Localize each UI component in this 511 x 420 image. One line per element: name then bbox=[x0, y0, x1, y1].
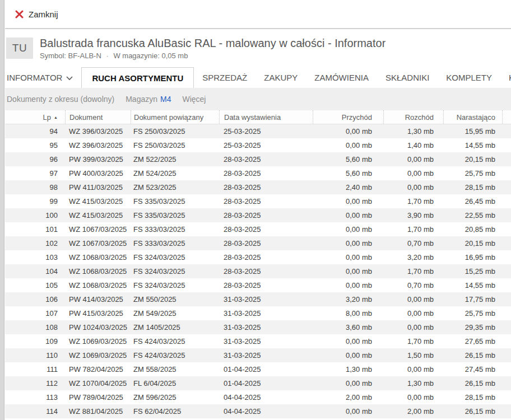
cell-data-wystawienia: 28-03-2025 bbox=[219, 208, 313, 222]
column-header-data-wystawienia[interactable]: Data wystawienia bbox=[219, 110, 313, 124]
filter-label: Dokumenty z okresu (dowolny) bbox=[7, 95, 114, 104]
item-subtitle: Symbol: BF-ALB-N · W magazynie: 0,05 mb bbox=[40, 52, 385, 60]
tab-label: KLIENCI bbox=[509, 73, 511, 82]
cell-lp: 114 bbox=[5, 404, 65, 418]
table-row[interactable]: 113PW 789/04/2025ZM 596/202504-04-20252,… bbox=[5, 390, 511, 404]
filter-bar: Dokumenty z okresu (dowolny) MagazynM4 W… bbox=[5, 88, 511, 110]
tab-sprzedaż[interactable]: SPRZEDAŻ bbox=[194, 67, 256, 88]
column-header-przychód[interactable]: Przychód bbox=[313, 110, 383, 124]
close-button[interactable]: Zamknij bbox=[11, 7, 63, 21]
cell-rozchod: 3,20 mb bbox=[383, 250, 443, 264]
cell-dokument-powiazany: FS 250/03/2025 bbox=[131, 138, 219, 152]
table-row[interactable]: 110WZ 1069/03/2025FS 424/03/202531-03-20… bbox=[5, 348, 511, 362]
table-row[interactable]: 101WZ 1067/03/2025FS 333/03/202528-03-20… bbox=[5, 222, 511, 236]
cell-lp: 99 bbox=[5, 194, 65, 208]
cell-rozchod: 0,00 mb bbox=[383, 320, 443, 334]
cell-rozchod: 1,30 mb bbox=[383, 124, 443, 138]
cell-przychod: 0,00 mb bbox=[313, 208, 383, 222]
filter-item[interactable]: MagazynM4 bbox=[126, 95, 171, 104]
table-row[interactable]: 105WZ 1068/03/2025FS 324/03/202528-03-20… bbox=[5, 278, 511, 292]
table-row[interactable]: 99WZ 415/03/2025FS 335/03/202528-03-2025… bbox=[5, 194, 511, 208]
table-row[interactable]: 102WZ 1067/03/2025FS 333/03/202528-03-20… bbox=[5, 236, 511, 250]
table-row[interactable]: 94WZ 396/03/2025FS 250/03/202525-03-2025… bbox=[5, 124, 511, 138]
cell-data-wystawienia: 28-03-2025 bbox=[219, 166, 313, 180]
cell-narastajaco: 20,85 mb bbox=[443, 222, 502, 236]
cell-dokument: WZ 396/03/2025 bbox=[65, 138, 131, 152]
column-header-dokument-powiązany[interactable]: Dokument powiązany bbox=[131, 110, 219, 124]
cell-przychod: 0,00 mb bbox=[313, 236, 383, 250]
table-row[interactable]: 107PW 415/03/2025ZM 549/202531-03-20258,… bbox=[5, 306, 511, 320]
table-row[interactable]: 100WZ 415/03/2025FS 335/03/202528-03-202… bbox=[5, 208, 511, 222]
cell-narastajaco: 26,15 mb bbox=[443, 348, 502, 362]
tab-label: ZAKUPY bbox=[264, 73, 298, 82]
cell-data-wystawienia: 31-03-2025 bbox=[219, 348, 313, 362]
table-row[interactable]: 111PW 782/04/2025ZM 558/202501-04-20251,… bbox=[5, 362, 511, 376]
cell-przychod: 0,00 mb bbox=[313, 264, 383, 278]
filter-item[interactable]: Dokumenty z okresu (dowolny) bbox=[7, 95, 114, 104]
cell-lp: 103 bbox=[5, 250, 65, 264]
cell-rozchod: 0,00 mb bbox=[383, 166, 443, 180]
column-header-rozchód[interactable]: Rozchód bbox=[383, 110, 443, 124]
tab-label: ZAMÓWIENIA bbox=[314, 73, 369, 82]
cell-spacer bbox=[502, 306, 511, 320]
table-row[interactable]: 95WZ 396/03/2025FS 250/03/202525-03-2025… bbox=[5, 138, 511, 152]
cell-dokument: PW 1024/03/2025 bbox=[65, 320, 131, 334]
filter-item[interactable]: Więcej bbox=[182, 95, 206, 104]
cell-lp: 106 bbox=[5, 292, 65, 306]
stock-value: 0,05 mb bbox=[161, 52, 188, 60]
close-button-label: Zamknij bbox=[29, 10, 58, 19]
tab-ruch-asortymentu[interactable]: RUCH ASORTYMENTU bbox=[81, 67, 194, 88]
cell-dokument-powiazany: ZM 596/2025 bbox=[131, 390, 219, 404]
table-row[interactable]: 104WZ 1068/03/2025FS 324/03/202528-03-20… bbox=[5, 264, 511, 278]
cell-lp: 96 bbox=[5, 152, 65, 166]
cell-dokument: WZ 1070/04/2025 bbox=[65, 376, 131, 390]
cell-data-wystawienia: 01-04-2025 bbox=[219, 376, 313, 390]
tab-informator[interactable]: INFORMATOR bbox=[5, 67, 81, 88]
cell-rozchod: 0,00 mb bbox=[383, 180, 443, 194]
column-header-label: Dokument powiązany bbox=[134, 113, 203, 122]
table-row[interactable]: 106PW 414/03/2025ZM 550/202531-03-20253,… bbox=[5, 292, 511, 306]
table-row[interactable]: 97PW 400/03/2025ZM 524/202528-03-20255,6… bbox=[5, 166, 511, 180]
cell-spacer bbox=[502, 320, 511, 334]
cell-dokument-powiazany: ZM 558/2025 bbox=[131, 362, 219, 376]
filter-label: Magazyn bbox=[126, 95, 157, 104]
cell-przychod: 0,00 mb bbox=[313, 138, 383, 152]
tab-klienci[interactable]: KLIENCI bbox=[500, 67, 511, 88]
cell-dokument: WZ 1069/03/2025 bbox=[65, 348, 131, 362]
tab-komplety[interactable]: KOMPLETY bbox=[438, 67, 500, 88]
cell-data-wystawienia: 04-04-2025 bbox=[219, 404, 313, 418]
table-row[interactable]: 112WZ 1070/04/2025FL 6/04/202501-04-2025… bbox=[5, 376, 511, 390]
column-header-narastająco[interactable]: Narastająco bbox=[443, 110, 502, 124]
cell-narastajaco: 27,65 mb bbox=[443, 334, 502, 348]
column-header-label: Dokument bbox=[69, 113, 103, 122]
column-header-label: Lp bbox=[43, 113, 51, 122]
table-header: Lp▲DokumentDokument powiązanyData wystaw… bbox=[5, 110, 511, 124]
tab-zamówienia[interactable]: ZAMÓWIENIA bbox=[306, 67, 377, 88]
table-row[interactable]: 96PW 399/03/2025ZM 522/202528-03-20255,6… bbox=[5, 152, 511, 166]
cell-spacer bbox=[502, 208, 511, 222]
cell-dokument: PW 400/03/2025 bbox=[65, 166, 131, 180]
cell-narastajaco: 28,15 mb bbox=[443, 390, 502, 404]
cell-dokument: PW 414/03/2025 bbox=[65, 292, 131, 306]
table-row[interactable]: 108PW 1024/03/2025ZM 1405/202531-03-2025… bbox=[5, 320, 511, 334]
cell-przychod: 5,60 mb bbox=[313, 166, 383, 180]
cell-dokument-powiazany: ZM 522/2025 bbox=[131, 152, 219, 166]
cell-rozchod: 1,70 mb bbox=[383, 334, 443, 348]
tab-zakupy[interactable]: ZAKUPY bbox=[256, 67, 306, 88]
table-row[interactable]: 109WZ 1069/03/2025FS 424/03/202531-03-20… bbox=[5, 334, 511, 348]
table-row[interactable]: 98PW 411/03/2025ZM 523/202528-03-20252,4… bbox=[5, 180, 511, 194]
cell-rozchod: 1,50 mb bbox=[383, 348, 443, 362]
cell-przychod: 3,20 mb bbox=[313, 292, 383, 306]
table-row[interactable]: 114WZ 881/04/2025FS 62/04/202504-04-2025… bbox=[5, 404, 511, 418]
cell-dokument-powiazany: FS 324/03/2025 bbox=[131, 250, 219, 264]
table-row[interactable]: 103WZ 1068/03/2025FS 324/03/202528-03-20… bbox=[5, 250, 511, 264]
cell-dokument-powiazany: FS 333/03/2025 bbox=[131, 222, 219, 236]
cell-data-wystawienia: 01-04-2025 bbox=[219, 362, 313, 376]
cell-narastajaco: 26,15 mb bbox=[443, 404, 502, 418]
cell-przychod: 0,00 mb bbox=[313, 194, 383, 208]
tab-label: INFORMATOR bbox=[7, 73, 62, 82]
tab-składniki[interactable]: SKŁADNIKI bbox=[377, 67, 438, 88]
column-header-lp[interactable]: Lp▲ bbox=[5, 110, 65, 124]
cell-dokument-powiazany: FS 424/03/2025 bbox=[131, 334, 219, 348]
column-header-dokument[interactable]: Dokument bbox=[65, 110, 131, 124]
